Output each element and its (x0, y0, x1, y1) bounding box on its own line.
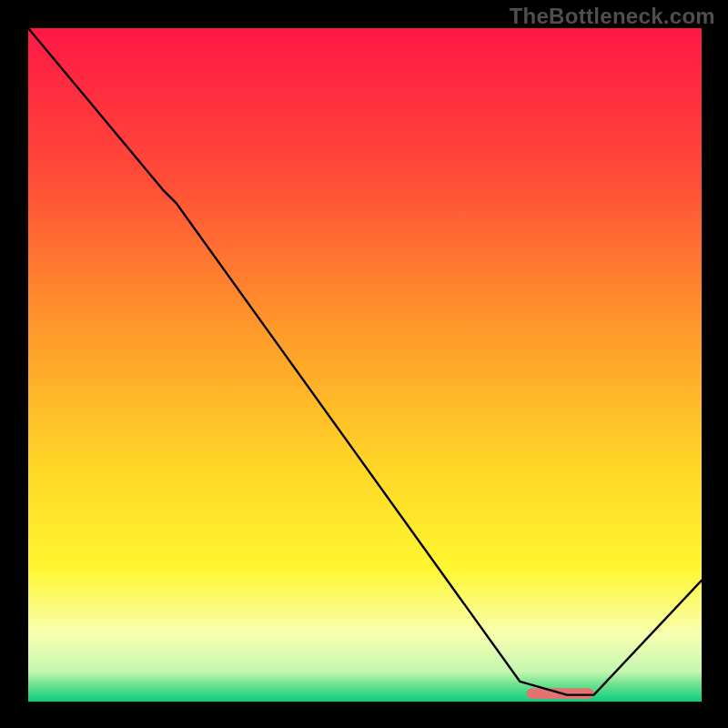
watermark-text: TheBottleneck.com (510, 4, 715, 29)
chart-svg (28, 28, 702, 702)
plot-background (28, 28, 702, 702)
chart-frame: TheBottleneck.com (0, 0, 728, 728)
